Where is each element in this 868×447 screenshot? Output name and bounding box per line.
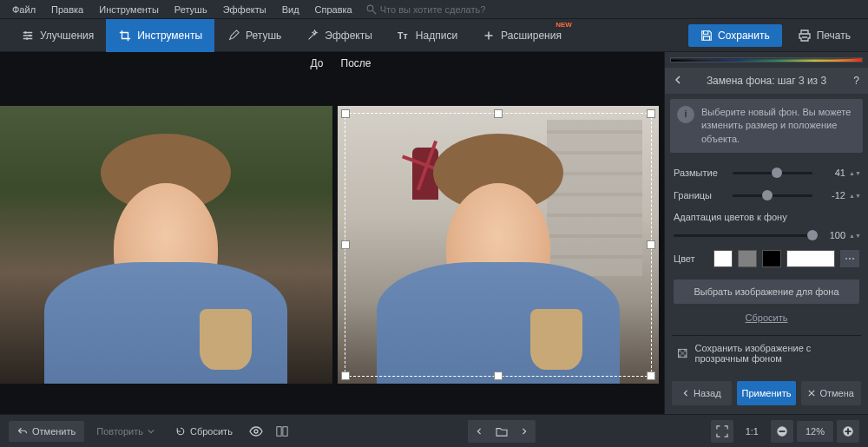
info-text: Выберите новый фон. Вы можете изменить р…: [701, 106, 856, 146]
handle-mr[interactable]: [647, 240, 655, 249]
tab-extensions[interactable]: РасширенияNEW: [470, 19, 574, 52]
undo-icon: [17, 426, 28, 437]
close-icon: [808, 390, 815, 397]
menu-effects[interactable]: Эффекты: [216, 3, 273, 16]
blur-slider[interactable]: [733, 172, 812, 174]
undo-button[interactable]: Отменить: [9, 421, 84, 442]
handle-tl[interactable]: [341, 109, 350, 118]
blur-spinner[interactable]: ▲▼: [849, 170, 859, 176]
tab-text[interactable]: TтНадписи: [385, 19, 470, 52]
text-icon: Tт: [397, 29, 411, 43]
handle-br[interactable]: [647, 371, 655, 380]
after-pane: После: [332, 52, 665, 414]
crop-icon: [118, 29, 132, 43]
action-row: Назад Применить Отмена: [665, 376, 868, 414]
border-value: -12: [819, 190, 845, 200]
zoom-value[interactable]: 12%: [797, 421, 833, 442]
save-icon: [700, 30, 713, 42]
zoom-out[interactable]: [771, 420, 793, 443]
menubar: Файл Правка Инструменты Ретушь Эффекты В…: [0, 0, 868, 19]
border-control: Границы -12 ▲▼: [674, 184, 859, 207]
panel-title: Замена фона: шаг 3 из 3: [687, 75, 845, 87]
menu-help[interactable]: Справка: [308, 3, 359, 16]
preview-toggle[interactable]: [245, 420, 267, 443]
menu-tools[interactable]: Инструменты: [92, 3, 166, 16]
fit-screen[interactable]: [711, 420, 733, 443]
border-slider[interactable]: [733, 194, 812, 197]
print-button[interactable]: Печать: [789, 23, 859, 48]
handle-tm[interactable]: [494, 109, 503, 118]
apply-button[interactable]: Применить: [737, 381, 797, 405]
reset-button[interactable]: Сбросить: [167, 421, 241, 442]
border-spinner[interactable]: ▲▼: [849, 193, 859, 199]
tab-retouch[interactable]: Ретушь: [214, 19, 293, 52]
svg-point-7: [254, 430, 258, 433]
svg-rect-8: [277, 426, 281, 436]
save-transparent-button[interactable]: Сохранить изображение с прозрачным фоном: [672, 335, 861, 371]
before-image: [0, 106, 332, 384]
zoom-in[interactable]: [837, 420, 859, 443]
next-image[interactable]: [513, 420, 536, 443]
svg-point-0: [367, 5, 373, 11]
new-badge: NEW: [556, 21, 572, 29]
adapt-value: 100: [819, 230, 845, 240]
chevron-left-icon: [674, 76, 682, 84]
brush-icon: [227, 29, 240, 43]
blur-control: Размытие 41 ▲▼: [674, 161, 859, 184]
plus-icon: [482, 29, 496, 43]
tab-enhance[interactable]: Улучшения: [9, 19, 106, 52]
statusbar: Отменить Повторить Сбросить 1:1 12%: [0, 414, 868, 447]
save-button[interactable]: Сохранить: [688, 24, 782, 47]
after-image[interactable]: [338, 106, 660, 384]
chevron-right-icon: [521, 427, 528, 436]
redo-button[interactable]: Повторить: [88, 421, 163, 442]
search-placeholder: Что вы хотите сделать?: [380, 4, 486, 15]
zoom-ratio[interactable]: 1:1: [737, 421, 767, 442]
menu-view[interactable]: Вид: [275, 3, 306, 16]
adapt-control: 100 ▲▼: [674, 224, 859, 247]
toolbar: Улучшения Инструменты Ретушь Эффекты TтН…: [0, 19, 868, 52]
swatch-gray[interactable]: [738, 250, 757, 267]
reset-icon: [175, 426, 186, 437]
panel-header: Замена фона: шаг 3 из 3 ?: [665, 68, 868, 94]
chevron-left-icon: [682, 390, 689, 397]
menu-edit[interactable]: Правка: [44, 3, 90, 16]
swatch-more[interactable]: ⋯: [840, 250, 859, 267]
help-search[interactable]: Что вы хотите сделать?: [366, 4, 486, 15]
info-box: i Выберите новый фон. Вы можете изменить…: [670, 99, 863, 153]
tab-effects[interactable]: Эффекты: [293, 19, 385, 52]
handle-tr[interactable]: [647, 109, 655, 118]
plus-circle-icon: [842, 425, 854, 437]
menu-retouch[interactable]: Ретушь: [168, 3, 214, 16]
adapt-slider[interactable]: [674, 234, 812, 237]
menu-file[interactable]: Файл: [5, 3, 43, 16]
panel-help-button[interactable]: ?: [845, 75, 859, 87]
panel-back-button[interactable]: [674, 75, 687, 87]
adapt-spinner[interactable]: ▲▼: [849, 233, 859, 239]
tab-tools[interactable]: Инструменты: [106, 19, 214, 52]
swatch-custom[interactable]: [786, 250, 835, 267]
handle-ml[interactable]: [341, 240, 350, 249]
wand-icon: [306, 29, 319, 43]
swatch-white[interactable]: [713, 250, 733, 267]
histogram[interactable]: [670, 57, 863, 62]
svg-point-2: [24, 31, 27, 34]
swatch-black[interactable]: [762, 250, 781, 267]
handle-bm[interactable]: [494, 371, 503, 380]
back-button[interactable]: Назад: [672, 381, 732, 405]
reset-link[interactable]: Сбросить: [665, 309, 868, 326]
handle-bl[interactable]: [341, 371, 350, 380]
compare-toggle[interactable]: [271, 420, 293, 443]
prev-image[interactable]: [468, 420, 490, 443]
svg-line-1: [372, 10, 376, 14]
cancel-button[interactable]: Отмена: [801, 381, 861, 405]
svg-rect-9: [283, 426, 287, 436]
folder-nav: [468, 420, 536, 443]
choose-bg-button[interactable]: Выбрать изображение для фона: [674, 279, 859, 304]
chevron-down-icon: [148, 428, 155, 435]
open-folder[interactable]: [490, 420, 513, 443]
folder-icon: [496, 426, 508, 437]
search-icon: [366, 4, 377, 15]
svg-point-3: [29, 34, 31, 36]
chevron-left-icon: [476, 427, 483, 436]
